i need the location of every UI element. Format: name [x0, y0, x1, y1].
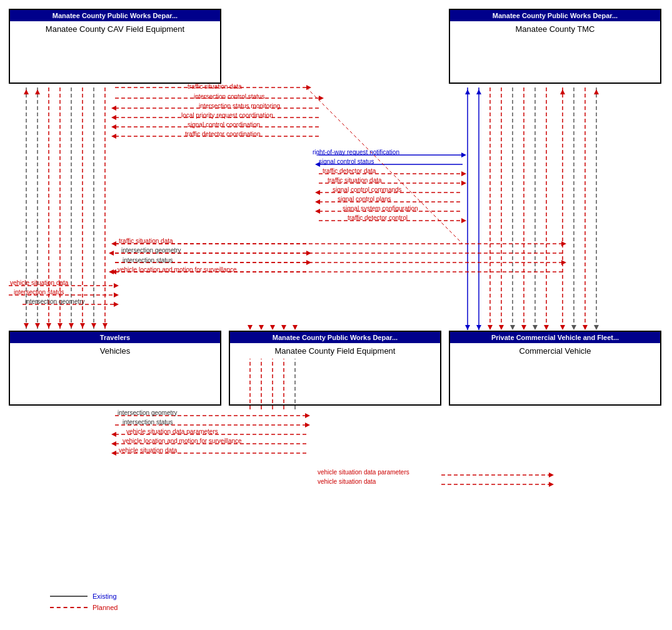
label-signal-control-commands: signal control commands	[333, 186, 402, 193]
svg-marker-22	[46, 323, 51, 328]
svg-marker-99	[315, 209, 320, 214]
label-intersection-status-1: intersection status	[123, 257, 173, 264]
svg-marker-79	[499, 325, 504, 330]
diagram-container: Manatee County Public Works Depar... Man…	[0, 0, 672, 630]
label-vehicle-situation-data-2: vehicle situation data	[119, 447, 177, 454]
svg-marker-61	[111, 441, 116, 446]
label-vehicle-situation-data-1: vehicle situation data	[10, 279, 68, 286]
svg-marker-53	[293, 325, 298, 330]
travelers-header: Travelers	[10, 332, 220, 343]
svg-marker-1	[306, 85, 311, 90]
label-intersection-geometry-1: intersection geometry	[121, 247, 181, 254]
svg-marker-114	[561, 241, 566, 246]
svg-marker-95	[315, 190, 320, 195]
svg-marker-7	[111, 115, 116, 120]
cav-field-header: Manatee County Public Works Depar...	[10, 10, 220, 21]
planned-line	[50, 607, 88, 608]
svg-marker-111	[594, 89, 599, 94]
cav-field-body: Manatee County CAV Field Equipment	[10, 21, 220, 37]
arrows-svg	[0, 0, 672, 630]
label-vehicle-situation-data-3: vehicle situation data	[318, 478, 376, 485]
svg-marker-93	[461, 181, 466, 186]
svg-marker-52	[281, 325, 286, 330]
svg-marker-120	[109, 269, 114, 274]
svg-marker-65	[549, 472, 554, 478]
svg-marker-3	[319, 96, 324, 101]
svg-marker-110	[560, 89, 565, 94]
svg-marker-84	[465, 89, 470, 94]
svg-marker-87	[461, 152, 466, 158]
svg-marker-55	[305, 413, 310, 418]
svg-marker-81	[521, 325, 526, 330]
tmc-node: Manatee County Public Works Depar... Man…	[449, 9, 661, 84]
label-right-of-way: right-of-way request notification	[313, 149, 399, 156]
svg-marker-50	[259, 325, 264, 330]
travelers-body: Vehicles	[10, 343, 220, 359]
svg-marker-107	[571, 325, 576, 330]
svg-marker-116	[109, 251, 114, 256]
svg-marker-24	[69, 323, 74, 328]
commercial-vehicle-node: Private Commercial Vehicle and Fleet... …	[449, 331, 661, 406]
field-equipment-header: Manatee County Public Works Depar...	[230, 332, 440, 343]
label-intersection-control-status: intersection control status	[194, 93, 264, 100]
svg-marker-109	[594, 325, 599, 330]
svg-marker-23	[58, 323, 63, 328]
svg-marker-59	[111, 432, 116, 437]
commercial-vehicle-body: Commercial Vehicle	[450, 343, 660, 359]
svg-marker-25	[80, 323, 85, 328]
label-traffic-situation-data-1: traffic situation data	[188, 83, 242, 90]
label-intersection-status-monitoring: intersection status monitoring	[199, 102, 280, 109]
label-vehicle-situation-data-params-2: vehicle situation data parameters	[318, 469, 409, 476]
legend: Existing Planned	[50, 592, 118, 611]
svg-marker-83	[544, 325, 549, 330]
label-vehicle-location-motion-1: vehicle location and motion for surveill…	[118, 266, 237, 273]
svg-marker-77	[476, 325, 481, 330]
svg-marker-29	[35, 89, 40, 94]
svg-marker-26	[91, 323, 96, 328]
svg-marker-78	[488, 325, 493, 330]
svg-marker-5	[111, 106, 116, 111]
label-intersection-geometry-2: intersection geometry	[25, 298, 85, 305]
svg-marker-76	[465, 325, 470, 330]
existing-line	[50, 596, 88, 597]
field-equipment-body: Manatee County Field Equipment	[230, 343, 440, 359]
label-vehicle-situation-data-params-1: vehicle situation data parameters	[126, 428, 218, 435]
existing-label: Existing	[93, 592, 117, 600]
legend-planned: Planned	[50, 604, 118, 611]
svg-marker-63	[111, 451, 116, 456]
svg-marker-43	[114, 302, 119, 307]
label-traffic-situation-data-3: traffic situation data	[119, 238, 173, 244]
svg-marker-27	[103, 323, 108, 328]
label-local-priority-request: local priority request coordination	[181, 112, 273, 119]
svg-marker-85	[476, 89, 481, 94]
svg-marker-106	[560, 325, 565, 330]
svg-marker-41	[114, 292, 119, 298]
svg-marker-97	[315, 199, 320, 204]
svg-marker-108	[583, 325, 588, 330]
travelers-vehicles-node: Travelers Vehicles	[9, 331, 221, 406]
label-traffic-detector-control: traffic detector control	[348, 214, 408, 221]
label-intersection-status-2: intersection status	[14, 289, 64, 296]
legend-existing: Existing	[50, 592, 118, 600]
tmc-header: Manatee County Public Works Depar...	[450, 10, 660, 21]
tmc-body: Manatee County TMC	[450, 21, 660, 37]
label-traffic-situation-data-2: traffic situation data	[328, 177, 382, 184]
label-signal-system-config: signal system configuration	[343, 205, 418, 212]
label-signal-control-plans: signal control plans	[338, 196, 391, 202]
svg-marker-67	[549, 482, 554, 487]
label-traffic-detector-data: traffic detector data	[323, 168, 376, 174]
svg-marker-80	[510, 325, 515, 330]
svg-marker-49	[248, 325, 253, 330]
field-equipment-node: Manatee County Public Works Depar... Man…	[229, 331, 441, 406]
svg-marker-101	[461, 218, 466, 223]
svg-marker-28	[24, 89, 29, 94]
svg-marker-9	[111, 124, 116, 129]
svg-marker-51	[270, 325, 275, 330]
label-intersection-geometry-3: intersection geometry	[118, 409, 178, 416]
svg-marker-118	[561, 260, 566, 265]
svg-marker-21	[35, 323, 40, 328]
svg-marker-20	[24, 323, 29, 328]
planned-label: Planned	[93, 604, 118, 611]
label-intersection-status-3: intersection status	[123, 419, 173, 426]
commercial-vehicle-header: Private Commercial Vehicle and Fleet...	[450, 332, 660, 343]
